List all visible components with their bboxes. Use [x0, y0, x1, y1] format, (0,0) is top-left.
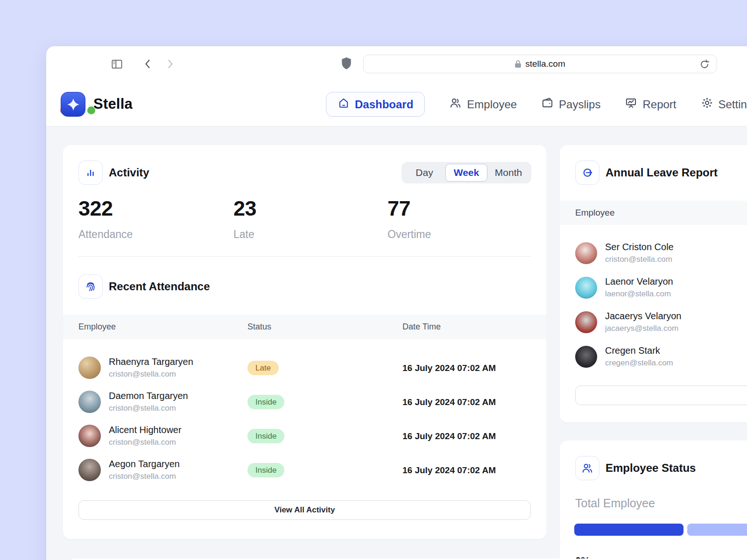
- employee-name: Ser Criston Cole: [605, 242, 674, 252]
- nav-employee[interactable]: Employee: [449, 97, 517, 112]
- range-toggle: Day Week Month: [402, 162, 531, 183]
- avatar: [78, 357, 101, 379]
- leave-list-header: Employee: [560, 201, 747, 225]
- progress-bar-remainder: [687, 524, 747, 536]
- gear-icon: [701, 97, 713, 112]
- stat-late-label: Late: [233, 228, 256, 241]
- attendance-datetime: 16 July 2024 07:02 AM: [402, 385, 496, 419]
- address-bar[interactable]: stella.com: [363, 55, 717, 73]
- employee-status-icon: [575, 456, 599, 480]
- employee-name: Jacaerys Velaryon: [605, 311, 681, 322]
- avatar: [575, 242, 597, 264]
- list-item[interactable]: Jacaerys Velaryon jacaerys@stella.com: [560, 306, 747, 340]
- home-icon: [338, 97, 350, 112]
- nav-settings-label: Settings: [719, 98, 747, 111]
- employee-email: cregen@stella.com: [605, 358, 673, 368]
- nav-dashboard[interactable]: Dashboard: [326, 92, 425, 117]
- view-all-activity-button[interactable]: View All Activity: [78, 500, 531, 520]
- employee-email: criston@stella.com: [605, 255, 672, 264]
- range-week[interactable]: Week: [445, 164, 487, 182]
- forward-button[interactable]: [164, 58, 176, 71]
- range-month[interactable]: Month: [487, 164, 529, 182]
- nav-payslips-label: Payslips: [559, 98, 600, 111]
- col-employee: Employee: [78, 315, 116, 339]
- employee-name: Aegon Targaryen: [109, 459, 180, 469]
- url-text: stella.com: [525, 59, 565, 69]
- activity-chart-icon: [78, 161, 103, 185]
- app-header: Stella Dashboard Em: [46, 82, 747, 126]
- privacy-shield-icon[interactable]: [340, 57, 352, 72]
- leave-employee-list: Ser Criston Cole criston@stella.com Laen…: [560, 237, 747, 375]
- activity-title: Activity: [109, 161, 149, 185]
- stat-attendance: 322 Attendance: [78, 196, 133, 241]
- col-datetime: Date Time: [402, 315, 441, 339]
- avatar: [78, 425, 101, 447]
- col-status: Status: [247, 315, 271, 339]
- brand-name: Stella: [93, 96, 133, 112]
- list-item[interactable]: Laenor Velaryon laenor@stella.com: [560, 271, 747, 306]
- attendance-datetime: 16 July 2024 07:02 AM: [402, 453, 496, 487]
- recent-attendance-title: Recent Attendance: [109, 274, 210, 299]
- stat-overtime: 77 Overtime: [388, 196, 431, 241]
- table-row[interactable]: Alicent Hightower criston@stella.com Ins…: [63, 419, 546, 453]
- users-icon: [449, 97, 462, 112]
- nav-payslips[interactable]: Payslips: [541, 97, 600, 112]
- stat-late: 23 Late: [233, 196, 256, 241]
- nav-dashboard-label: Dashboard: [355, 98, 413, 111]
- main-nav: Dashboard Employee: [326, 92, 747, 117]
- progress-bar-filled: [574, 524, 684, 536]
- employee-email: jacaerys@stella.com: [605, 324, 678, 333]
- browser-chrome: stella.com Stella Dash: [46, 46, 747, 126]
- sidebar-toggle-icon[interactable]: [111, 58, 123, 72]
- nav-report[interactable]: Report: [625, 97, 676, 112]
- divider: [78, 256, 531, 257]
- annual-leave-title: Annual Leave Report: [606, 161, 718, 185]
- avatar: [78, 391, 101, 413]
- stat-overtime-value: 77: [388, 196, 431, 221]
- employee-email: criston@stella.com: [109, 472, 176, 481]
- employee-status-card: Employee Status Total Employee 0%: [560, 441, 747, 560]
- activity-card: Activity Day Week Month 322 Attendance 2…: [63, 145, 546, 539]
- avatar: [575, 346, 597, 368]
- employee-name: Cregen Stark: [605, 345, 660, 356]
- employee-name: Rhaenyra Targaryen: [109, 357, 193, 367]
- stat-attendance-label: Attendance: [78, 228, 133, 241]
- annual-leave-card: Annual Leave Report Employee Ser Criston…: [560, 145, 747, 422]
- employee-name: Alicent Hightower: [109, 425, 182, 435]
- status-badge: Late: [247, 361, 279, 375]
- attendance-table-header: Employee Status Date Time: [63, 315, 546, 339]
- employee-email: criston@stella.com: [109, 370, 176, 379]
- list-item[interactable]: Ser Criston Cole criston@stella.com: [560, 237, 747, 271]
- table-row[interactable]: Rhaenyra Targaryen criston@stella.com La…: [63, 351, 546, 385]
- total-employee-label: Total Employee: [575, 497, 655, 510]
- status-badge: Inside: [247, 429, 284, 443]
- leave-list-header-label: Employee: [575, 201, 615, 225]
- nav-report-label: Report: [642, 98, 676, 111]
- stella-logo[interactable]: [61, 92, 85, 117]
- table-row[interactable]: Aegon Targaryen criston@stella.com Insid…: [63, 453, 546, 487]
- leave-report-icon: [575, 161, 599, 185]
- stat-overtime-label: Overtime: [388, 228, 431, 241]
- attendance-datetime: 16 July 2024 07:02 AM: [402, 419, 496, 453]
- employee-name: Laenor Velaryon: [605, 276, 673, 287]
- leave-view-all-button[interactable]: [575, 385, 747, 405]
- status-badge: Inside: [247, 395, 284, 409]
- avatar: [575, 311, 597, 333]
- employee-name: Daemon Targaryen: [109, 391, 188, 401]
- stat-late-value: 23: [233, 196, 256, 221]
- back-button[interactable]: [142, 58, 154, 71]
- lock-icon: [514, 60, 521, 68]
- employee-email: laenor@stella.com: [605, 289, 671, 299]
- employee-email: criston@stella.com: [109, 438, 176, 447]
- stat-attendance-value: 322: [78, 196, 133, 221]
- list-item[interactable]: Cregen Stark cregen@stella.com: [560, 340, 747, 375]
- nav-settings[interactable]: Settings: [701, 97, 747, 112]
- table-row[interactable]: Daemon Targaryen criston@stella.com Insi…: [63, 385, 546, 419]
- range-day[interactable]: Day: [403, 164, 445, 182]
- presentation-icon: [625, 97, 637, 112]
- status-badge: Inside: [247, 463, 284, 477]
- reload-icon[interactable]: [699, 59, 710, 72]
- wallet-icon: [541, 97, 554, 112]
- attendance-rows: Rhaenyra Targaryen criston@stella.com La…: [63, 351, 546, 487]
- avatar: [78, 459, 101, 481]
